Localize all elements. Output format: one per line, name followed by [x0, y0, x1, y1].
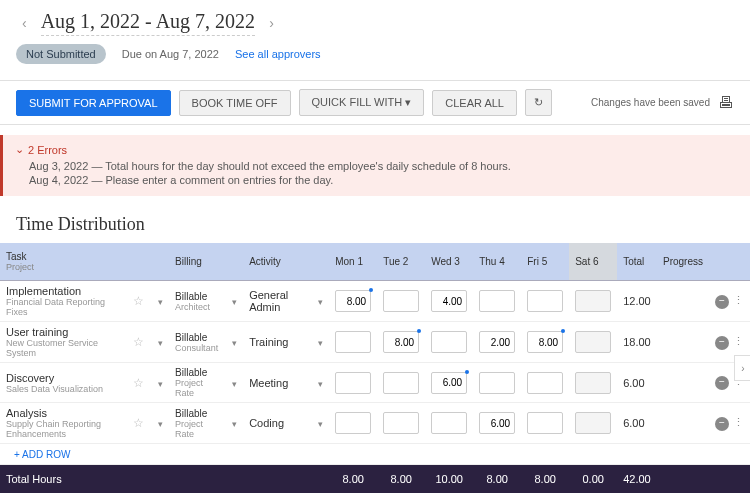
chevron-down-icon: ⌄ [15, 143, 24, 156]
task-project: Financial Data Reporting Fixes [6, 297, 121, 317]
billing-name: Billable [175, 408, 218, 419]
billing-role: Project Rate [175, 419, 218, 439]
hours-input-mon[interactable] [335, 290, 371, 312]
activity-name: General Admin [243, 281, 310, 322]
star-icon[interactable]: ☆ [133, 416, 144, 430]
target-hours-title: Target Billable Hours for August [0, 493, 750, 500]
note-indicator-icon [561, 329, 565, 333]
hours-input-fri[interactable] [527, 412, 563, 434]
task-name: Implementation [6, 285, 121, 297]
row-total: 6.00 [617, 363, 657, 403]
clear-all-button[interactable]: CLEAR ALL [432, 90, 517, 116]
remove-row-icon[interactable]: − [715, 336, 729, 350]
task-project: New Customer Service System [6, 338, 121, 358]
table-row: User trainingNew Customer Service System… [0, 322, 750, 363]
billing-dropdown[interactable]: ▾ [230, 297, 237, 307]
hours-input-tue[interactable] [383, 290, 419, 312]
hours-input-thu[interactable] [479, 412, 515, 434]
hours-input-mon[interactable] [335, 372, 371, 394]
date-range-title[interactable]: Aug 1, 2022 - Aug 7, 2022 [41, 10, 255, 36]
see-approvers-link[interactable]: See all approvers [235, 48, 321, 60]
hours-input-sat[interactable] [575, 412, 611, 434]
activity-dropdown[interactable]: ▾ [316, 338, 323, 348]
refresh-button[interactable]: ↻ [525, 89, 552, 116]
row-kebab-icon[interactable]: ⋮ [733, 416, 744, 428]
status-badge: Not Submitted [16, 44, 106, 64]
print-icon[interactable]: 🖶 [718, 94, 734, 112]
hours-input-tue[interactable] [383, 331, 419, 353]
saved-indicator: Changes have been saved [591, 97, 710, 108]
hours-input-thu[interactable] [479, 290, 515, 312]
star-icon[interactable]: ☆ [133, 376, 144, 390]
activity-name: Coding [243, 403, 310, 444]
activity-dropdown[interactable]: ▾ [316, 297, 323, 307]
billing-role: Architect [175, 302, 218, 312]
billing-role: Project Rate [175, 378, 218, 398]
table-row: ImplementationFinancial Data Reporting F… [0, 281, 750, 322]
task-dropdown[interactable]: ▾ [156, 338, 163, 348]
activity-name: Training [243, 322, 310, 363]
note-indicator-icon [417, 329, 421, 333]
row-total: 12.00 [617, 281, 657, 322]
star-icon[interactable]: ☆ [133, 335, 144, 349]
scroll-right-arrow[interactable]: › [734, 355, 750, 381]
table-row: AnalysisSupply Chain Reporting Enhanceme… [0, 403, 750, 444]
hours-input-tue[interactable] [383, 372, 419, 394]
hours-input-fri[interactable] [527, 372, 563, 394]
row-kebab-icon[interactable]: ⋮ [733, 294, 744, 306]
hours-input-wed[interactable] [431, 412, 467, 434]
task-project: Sales Data Visualization [6, 384, 121, 394]
hours-input-fri[interactable] [527, 290, 563, 312]
quick-fill-button[interactable]: QUICK FILL WITH ▾ [299, 89, 425, 116]
row-total: 6.00 [617, 403, 657, 444]
error-line: Aug 3, 2022 — Total hours for the day sh… [29, 160, 738, 172]
error-toggle[interactable]: ⌄ 2 Errors [15, 143, 738, 156]
task-dropdown[interactable]: ▾ [156, 297, 163, 307]
billing-dropdown[interactable]: ▾ [230, 338, 237, 348]
hours-input-wed[interactable] [431, 290, 467, 312]
book-time-off-button[interactable]: BOOK TIME OFF [179, 90, 291, 116]
activity-dropdown[interactable]: ▾ [316, 419, 323, 429]
time-distribution-table: TaskProject Billing Activity Mon 1 Tue 2… [0, 243, 750, 493]
remove-row-icon[interactable]: − [715, 295, 729, 309]
billing-name: Billable [175, 291, 218, 302]
hours-input-sat[interactable] [575, 372, 611, 394]
task-dropdown[interactable]: ▾ [156, 379, 163, 389]
due-date-text: Due on Aug 7, 2022 [122, 48, 219, 60]
time-distribution-title: Time Distribution [0, 206, 750, 243]
hours-input-wed[interactable] [431, 372, 467, 394]
hours-input-fri[interactable] [527, 331, 563, 353]
hours-input-sat[interactable] [575, 331, 611, 353]
billing-name: Billable [175, 332, 218, 343]
activity-dropdown[interactable]: ▾ [316, 379, 323, 389]
billing-role: Consultant [175, 343, 218, 353]
remove-row-icon[interactable]: − [715, 376, 729, 390]
next-week-chevron[interactable]: › [263, 13, 280, 33]
note-indicator-icon [369, 288, 373, 292]
hours-input-sat[interactable] [575, 290, 611, 312]
hours-input-thu[interactable] [479, 372, 515, 394]
row-kebab-icon[interactable]: ⋮ [733, 335, 744, 347]
note-indicator-icon [465, 370, 469, 374]
prev-week-chevron[interactable]: ‹ [16, 13, 33, 33]
billing-dropdown[interactable]: ▾ [230, 419, 237, 429]
hours-input-mon[interactable] [335, 412, 371, 434]
totals-row: Total Hours 8.00 8.00 10.00 8.00 8.00 0.… [0, 465, 750, 494]
hours-input-thu[interactable] [479, 331, 515, 353]
hours-input-mon[interactable] [335, 331, 371, 353]
add-row-link[interactable]: + ADD ROW [6, 441, 78, 468]
task-dropdown[interactable]: ▾ [156, 419, 163, 429]
hours-input-wed[interactable] [431, 331, 467, 353]
table-row: DiscoverySales Data Visualization☆▾Billa… [0, 363, 750, 403]
hours-input-tue[interactable] [383, 412, 419, 434]
row-total: 18.00 [617, 322, 657, 363]
remove-row-icon[interactable]: − [715, 417, 729, 431]
activity-name: Meeting [243, 363, 310, 403]
error-panel: ⌄ 2 Errors Aug 3, 2022 — Total hours for… [0, 135, 750, 196]
billing-dropdown[interactable]: ▾ [230, 379, 237, 389]
star-icon[interactable]: ☆ [133, 294, 144, 308]
error-line: Aug 4, 2022 — Please enter a comment on … [29, 174, 738, 186]
task-name: Discovery [6, 372, 121, 384]
task-project: Supply Chain Reporting Enhancements [6, 419, 121, 439]
submit-approval-button[interactable]: SUBMIT FOR APPROVAL [16, 90, 171, 116]
